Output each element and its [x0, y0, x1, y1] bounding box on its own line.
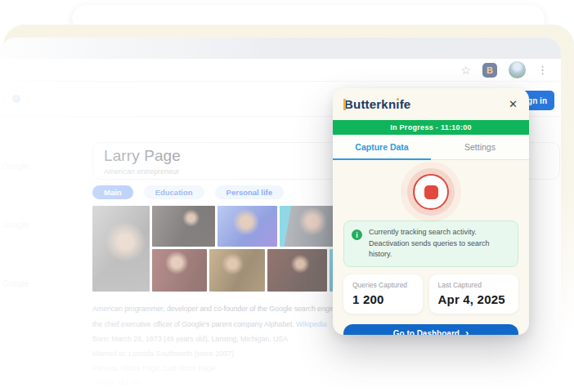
photo-grid-column — [152, 206, 362, 292]
stop-icon — [424, 185, 438, 199]
photo-grid — [92, 206, 362, 292]
pill-education[interactable]: Education — [144, 185, 204, 199]
screenshot-canvas: ☆ B ⋮ Larry Page American entrepreneur M… — [0, 0, 574, 392]
edge-text-fragment: of Google — [0, 162, 29, 171]
stat-value: Apr 4, 2025 — [438, 292, 509, 306]
fact-married: Married to: Lucinda Southworth (since 20… — [92, 350, 234, 358]
photo-thumbnail[interactable] — [152, 206, 215, 247]
browser-tab-strip — [0, 38, 561, 59]
record-area — [343, 167, 518, 220]
logo-i-dot-icon — [397, 98, 399, 100]
photo-thumbnail[interactable] — [152, 249, 207, 292]
tracking-info-text: Currently tracking search activity. Deac… — [369, 227, 510, 261]
butterknife-logo: Butterknıfe — [344, 97, 410, 111]
description-line-1: American programmer, developer and co-fo… — [92, 305, 333, 313]
info-line-1: Currently tracking search activity. — [369, 227, 510, 238]
logo-letter-i: ı — [396, 97, 399, 111]
page-logo-ghost — [4, 87, 29, 111]
edge-text-fragment: of Google — [0, 279, 29, 288]
go-to-dashboard-button[interactable]: Go to Dashboard › — [343, 324, 518, 336]
bookmark-star-icon[interactable]: ☆ — [460, 65, 471, 76]
photo-thumbnail[interactable] — [92, 206, 150, 292]
logo-text-end: fe — [400, 97, 411, 111]
logo-yellow-bar-icon — [343, 99, 346, 110]
info-line-2: Deactivation sends queries to search his… — [369, 238, 510, 261]
photo-thumbnail[interactable] — [217, 206, 277, 247]
stat-label: Queries Captured — [352, 281, 414, 289]
status-bar: In Progress - 11:10:00 — [333, 120, 529, 135]
popup-header: Butterknıfe ✕ — [333, 88, 529, 120]
photo-thumbnail[interactable] — [209, 249, 265, 292]
tab-settings[interactable]: Settings — [431, 135, 529, 159]
browser-menu-icon[interactable]: ⋮ — [537, 65, 548, 75]
photo-row — [152, 206, 362, 247]
dashboard-button-label: Go to Dashboard — [393, 329, 460, 336]
stat-card-queries: Queries Captured 1 200 — [343, 274, 423, 314]
butterknife-extension-icon[interactable]: B — [482, 63, 497, 78]
photo-thumbnail[interactable] — [267, 249, 327, 292]
popup-tabs: Capture Data Settings — [333, 135, 529, 160]
topic-pills: Main Education Personal life — [92, 185, 284, 199]
stats-row: Queries Captured 1 200 Last Captured Apr… — [343, 274, 518, 314]
chevron-right-icon: › — [465, 327, 469, 335]
wikipedia-link[interactable]: Wikipedia — [296, 320, 327, 328]
logo-text: Butterkn — [344, 97, 396, 111]
description-line-2: the chief executive officer of Google's … — [92, 320, 327, 328]
info-icon: i — [352, 229, 362, 240]
tracking-info-box: i Currently tracking search activity. De… — [343, 220, 518, 267]
popup-body: i Currently tracking search activity. De… — [333, 160, 529, 335]
stat-value: 1 200 — [352, 292, 414, 306]
pill-main[interactable]: Main — [92, 185, 133, 199]
edge-text-fragment: of Google — [0, 220, 29, 229]
logo-dot-icon — [12, 95, 20, 103]
profile-avatar[interactable] — [509, 61, 526, 78]
stop-recording-button[interactable] — [413, 174, 449, 210]
fact-born: Born: March 26, 1973 (49 years old), Lan… — [92, 335, 288, 343]
stat-card-last-captured: Last Captured Apr 4, 2025 — [429, 274, 518, 314]
photo-row — [152, 249, 362, 292]
fact-parents: Parents: Gloria Page, Carl Victor Page — [92, 364, 215, 372]
browser-toolbar: ☆ B ⋮ — [0, 59, 561, 82]
pill-personal-life[interactable]: Personal life — [215, 185, 285, 199]
fact-height: Height: 181 cm — [92, 378, 141, 386]
butterknife-popup: Butterknıfe ✕ In Progress - 11:10:00 Cap… — [333, 88, 529, 335]
tab-capture-data[interactable]: Capture Data — [333, 135, 431, 159]
stat-label: Last Captured — [438, 281, 509, 289]
description-text: the chief executive officer of Google's … — [92, 320, 294, 328]
close-icon[interactable]: ✕ — [509, 99, 518, 109]
